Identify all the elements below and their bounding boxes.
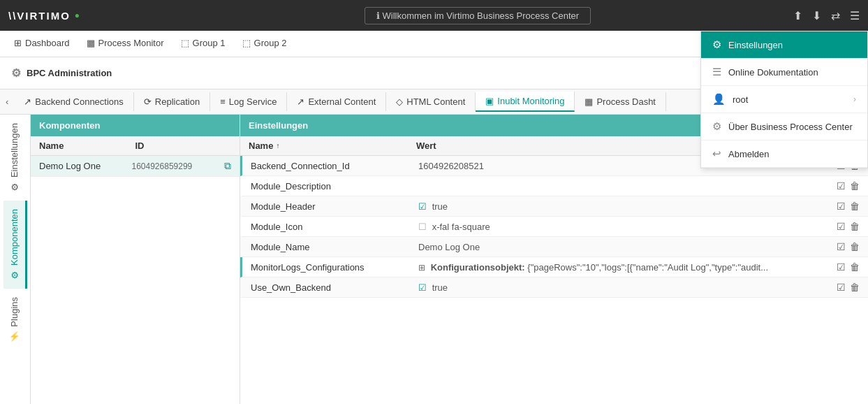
delete-icon-1[interactable]: 🗑 xyxy=(850,180,860,192)
top-bar: \\VIRTIMO ● ℹ Willkommen im Virtimo Busi… xyxy=(0,0,868,31)
left-sidebar: ⚙ Einstellungen ⚙ Komponenten ⚡ Plugins xyxy=(0,115,31,404)
settings-actions-module-name: ☑ 🗑 xyxy=(818,241,860,252)
download-icon[interactable]: ⬇ xyxy=(812,9,821,22)
row-0-name: Demo Log One xyxy=(39,161,132,171)
transfer-icon[interactable]: ⇄ xyxy=(831,9,840,22)
delete-icon-6[interactable]: 🗑 xyxy=(850,282,860,293)
tab-external-content[interactable]: ↗ External Content xyxy=(287,92,386,111)
tab-process-monitor[interactable]: ▦ Process Monitor xyxy=(78,34,172,54)
tab-group1-label: Group 1 xyxy=(193,38,226,48)
settings-wert-module-icon: ☐ x-fal fa-square xyxy=(418,222,818,232)
tab-group2[interactable]: ⬚ Group 2 xyxy=(234,34,295,54)
tab-replication-label: Replication xyxy=(155,96,200,107)
external-content-icon: ↗ xyxy=(297,96,304,107)
process-monitor-icon: ▦ xyxy=(87,38,95,48)
group2-icon: ⬚ xyxy=(242,38,251,48)
settings-wert-use-own-backend: ☑ true xyxy=(418,282,818,293)
settings-actions-use-own-backend: ☑ 🗑 xyxy=(818,282,860,293)
delete-icon-4[interactable]: 🗑 xyxy=(850,241,860,252)
logo-text: \\VIRTIMO xyxy=(8,10,71,22)
komponenten-row-0[interactable]: Demo Log One 1604926859299 ⧉ xyxy=(31,156,240,177)
dropdown-item-uber[interactable]: ⚙ Über Business Process Center xyxy=(701,113,867,140)
komponenten-tab-icon: ⚙ xyxy=(9,270,20,280)
edit-icon-3[interactable]: ☑ xyxy=(837,221,846,232)
edit-icon-6[interactable]: ☑ xyxy=(837,282,846,293)
tab-log-service[interactable]: ≡ Log Service xyxy=(210,92,287,111)
settings-name-backend-conn-id: Backend_Connection_Id xyxy=(251,161,418,171)
replication-icon: ⟳ xyxy=(144,96,152,107)
edit-icon-4[interactable]: ☑ xyxy=(837,241,846,252)
dropdown-online-doc-label: Online Dokumentation xyxy=(728,67,856,78)
process-dasht-icon: ▦ xyxy=(584,96,593,107)
settings-actions-monitor-logs: ☑ 🗑 xyxy=(818,261,860,273)
settings-row-module-header: Module_Header ☑ true ☑ 🗑 xyxy=(240,196,868,217)
settings-row-module-icon: Module_Icon ☐ x-fal fa-square ☑ 🗑 xyxy=(240,217,868,237)
html-content-icon: ◇ xyxy=(396,96,403,107)
top-icons: ⬆ ⬇ ⇄ ☰ xyxy=(793,9,860,22)
dropdown-uber-label: Über Business Process Center xyxy=(728,122,856,132)
group1-icon: ⬚ xyxy=(181,38,189,48)
settings-name-module-icon: Module_Icon xyxy=(251,222,418,232)
module-header-value: true xyxy=(432,201,448,212)
settings-wert-module-header: ☑ true xyxy=(418,201,818,212)
inubit-monitoring-icon: ▣ xyxy=(485,96,494,106)
settings-actions-module-header: ☑ 🗑 xyxy=(818,201,860,212)
dropdown-item-online-doc[interactable]: ☰ Online Dokumentation xyxy=(701,59,867,86)
sidebar-tab-komponenten[interactable]: ⚙ Komponenten xyxy=(3,201,27,289)
settings-actions-module-desc: ☑ 🗑 xyxy=(818,180,860,192)
settings-wert-module-name: Demo Log One xyxy=(418,242,818,252)
use-own-backend-value: true xyxy=(432,282,448,293)
row-0-id: 1604926859299 xyxy=(132,161,225,171)
sidebar-tab-plugins[interactable]: ⚡ Plugins xyxy=(3,289,27,351)
tab-dashboard[interactable]: ⊞ Dashboard xyxy=(6,34,78,54)
settings-name-module-desc: Module_Description xyxy=(251,181,418,192)
row-0-link-icon[interactable]: ⧉ xyxy=(224,160,231,172)
settings-row-module-desc: Module_Description ☑ 🗑 xyxy=(240,176,868,196)
delete-icon-2[interactable]: 🗑 xyxy=(850,201,860,212)
col-header-name: Name xyxy=(39,140,135,151)
tab-process-dasht[interactable]: ▦ Process Dasht xyxy=(575,92,666,111)
col-header-id: ID xyxy=(135,140,232,151)
tab-process-dasht-label: Process Dasht xyxy=(596,96,656,107)
delete-icon-5[interactable]: 🗑 xyxy=(850,261,860,273)
dropdown-item-einstellungen[interactable]: ⚙ Einstellungen xyxy=(701,31,867,59)
settings-name-use-own-backend: Use_Own_Backend xyxy=(251,282,418,293)
settings-col-name[interactable]: Name ↑ xyxy=(249,140,416,151)
settings-row-module-name: Module_Name Demo Log One ☑ 🗑 xyxy=(240,237,868,257)
komponenten-panel-header: Komponenten xyxy=(31,115,240,136)
section-title: BPC Administration xyxy=(27,68,112,78)
tab-inubit-monitoring-label: Inubit Monitoring xyxy=(497,96,564,106)
dropdown-root-icon: 👤 xyxy=(712,93,726,106)
dropdown-einstellungen-label: Einstellungen xyxy=(728,40,856,50)
dropdown-item-root[interactable]: 👤 root › xyxy=(701,86,867,113)
settings-row-monitor-logs: MonitorLogs_Configurations ⊞ Konfigurati… xyxy=(240,257,868,277)
einstellungen-tab-icon: ⚙ xyxy=(9,182,20,192)
dropdown-einstellungen-icon: ⚙ xyxy=(712,38,721,51)
tab-replication[interactable]: ⟳ Replication xyxy=(134,92,210,111)
tab-dashboard-label: Dashboard xyxy=(25,38,70,48)
tabs-nav-left[interactable]: ‹ xyxy=(0,92,14,111)
dropdown-online-doc-icon: ☰ xyxy=(712,66,721,78)
tab-backend-connections[interactable]: ↗ Backend Connections xyxy=(14,92,133,111)
edit-icon-1[interactable]: ☑ xyxy=(837,180,846,192)
tab-inubit-monitoring[interactable]: ▣ Inubit Monitoring xyxy=(476,92,575,112)
edit-icon-5[interactable]: ☑ xyxy=(837,261,846,273)
dropdown-abmelden-icon: ↩ xyxy=(712,147,721,160)
upload-icon[interactable]: ⬆ xyxy=(793,9,802,22)
checkbox-checked-icon: ☑ xyxy=(418,201,427,212)
plugins-tab-label: Plugins xyxy=(9,297,20,327)
sidebar-tab-einstellungen[interactable]: ⚙ Einstellungen xyxy=(3,115,27,201)
tab-html-content[interactable]: ◇ HTML Content xyxy=(386,92,476,111)
delete-icon-3[interactable]: 🗑 xyxy=(850,221,860,232)
menu-icon[interactable]: ☰ xyxy=(850,9,860,22)
tab-group1[interactable]: ⬚ Group 1 xyxy=(172,34,234,54)
checkbox-checked-icon-2: ☑ xyxy=(418,282,427,293)
edit-icon-2[interactable]: ☑ xyxy=(837,201,846,212)
tab-html-content-label: HTML Content xyxy=(406,96,465,107)
tab-log-service-label: Log Service xyxy=(229,96,277,107)
dashboard-icon: ⊞ xyxy=(14,38,22,48)
nav-title-text: ℹ Willkommen im Virtimo Business Process… xyxy=(376,10,579,21)
dropdown-item-abmelden[interactable]: ↩ Abmelden xyxy=(701,140,867,168)
dropdown-abmelden-label: Abmelden xyxy=(728,149,856,159)
tab-group2-label: Group 2 xyxy=(254,38,287,48)
